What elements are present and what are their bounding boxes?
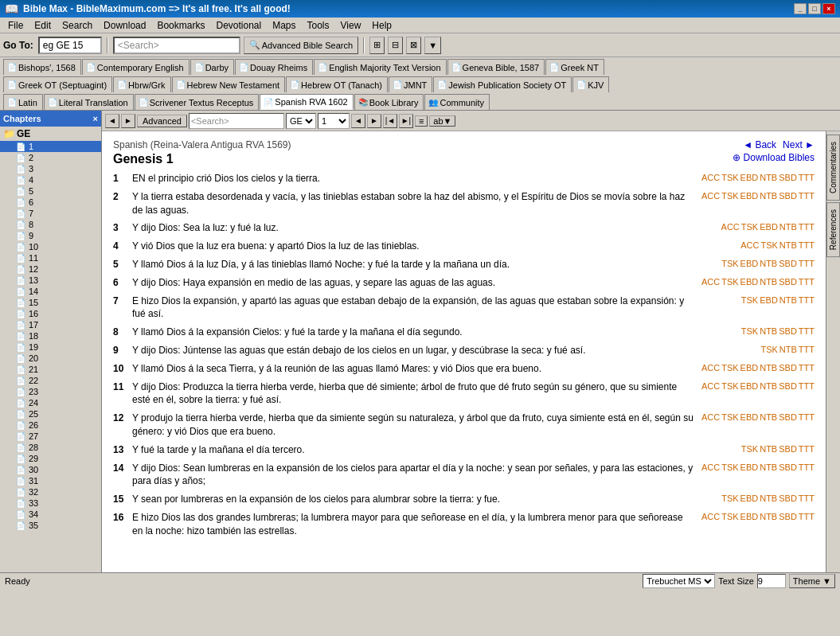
- tab-scrivener[interactable]: 📄 Scrivener Textus Receptus: [135, 94, 260, 110]
- verse-link-ebd[interactable]: EBD: [740, 173, 759, 182]
- verse-link-tsk[interactable]: TSK: [721, 259, 738, 268]
- verse-link-acc[interactable]: ACC: [701, 173, 720, 182]
- chapter-item-30[interactable]: 📄30: [0, 464, 101, 475]
- verse-link-sbd[interactable]: SBD: [779, 363, 797, 373]
- chapter-item-15[interactable]: 📄15: [0, 297, 101, 308]
- verse-link-acc[interactable]: ACC: [740, 240, 759, 250]
- verse-link-ntb[interactable]: NTB: [760, 259, 777, 268]
- advanced-button[interactable]: Advanced: [137, 115, 187, 127]
- verse-link-ntb[interactable]: NTB: [779, 240, 797, 250]
- chapter-select[interactable]: 1: [318, 113, 350, 129]
- verse-link-sbd[interactable]: SBD: [779, 512, 797, 521]
- verse-link-acc[interactable]: ACC: [701, 462, 720, 472]
- tab-emtv[interactable]: 📄 English Majority Text Version: [314, 59, 446, 75]
- verse-link-ttt[interactable]: TTT: [799, 462, 815, 472]
- verse-link-ntb[interactable]: NTB: [760, 381, 777, 391]
- chapter-item-23[interactable]: 📄23: [0, 386, 101, 397]
- chapter-item-25[interactable]: 📄25: [0, 408, 101, 419]
- verse-link-acc[interactable]: ACC: [701, 363, 720, 373]
- verse-link-sbd[interactable]: SBD: [779, 494, 797, 503]
- tab-hebrew-nt[interactable]: 📄 Hebrew New Testament: [172, 76, 286, 92]
- book-item[interactable]: 📁 GE: [0, 127, 101, 141]
- verse-link-ttt[interactable]: TTT: [799, 277, 815, 287]
- font-select[interactable]: Trebuchet MS: [643, 574, 715, 588]
- view-btn-3[interactable]: ⊠: [406, 37, 421, 54]
- chapter-item-1[interactable]: 📄1: [0, 141, 101, 152]
- highlight-button[interactable]: ab▼: [429, 115, 455, 127]
- book-select[interactable]: GE: [286, 113, 316, 129]
- verse-link-ebd[interactable]: EBD: [740, 363, 759, 373]
- verse-link-sbd[interactable]: SBD: [779, 412, 797, 422]
- verse-link-ttt[interactable]: TTT: [799, 363, 815, 373]
- chapter-prev-button[interactable]: ◄: [351, 114, 365, 128]
- tab-contemporary[interactable]: 📄 Contemporary English: [82, 59, 189, 75]
- verse-link-ttt[interactable]: TTT: [799, 191, 815, 201]
- verse-link-sbd[interactable]: SBD: [779, 444, 797, 454]
- chapter-item-34[interactable]: 📄34: [0, 509, 101, 520]
- verse-link-tsk[interactable]: TSK: [760, 240, 777, 250]
- chapter-item-18[interactable]: 📄18: [0, 330, 101, 341]
- verse-link-sbd[interactable]: SBD: [779, 259, 797, 268]
- verse-link-acc[interactable]: ACC: [701, 381, 720, 391]
- menu-file[interactable]: File: [3, 18, 28, 33]
- verse-link-acc[interactable]: ACC: [721, 222, 740, 232]
- verse-link-sbd[interactable]: SBD: [779, 326, 797, 336]
- chapter-item-7[interactable]: 📄7: [0, 208, 101, 219]
- verse-link-sbd[interactable]: SBD: [779, 462, 797, 472]
- menu-download[interactable]: Download: [99, 18, 150, 33]
- chapter-item-14[interactable]: 📄14: [0, 286, 101, 297]
- verse-link-tsk[interactable]: TSK: [721, 512, 738, 521]
- verse-link-acc[interactable]: ACC: [701, 191, 720, 201]
- verse-link-ntb[interactable]: NTB: [760, 444, 777, 454]
- chapter-item-27[interactable]: 📄27: [0, 431, 101, 442]
- verse-link-ntb[interactable]: NTB: [760, 277, 777, 287]
- minimize-button[interactable]: _: [794, 3, 807, 14]
- chapter-item-10[interactable]: 📄10: [0, 241, 101, 252]
- verse-link-ttt[interactable]: TTT: [799, 381, 815, 391]
- verse-link-tsk[interactable]: TSK: [721, 412, 738, 422]
- tab-hbrw-grk[interactable]: 📄 Hbrw/Grk: [113, 76, 170, 92]
- theme-button[interactable]: Theme ▼: [789, 574, 835, 588]
- verse-link-ttt[interactable]: TTT: [799, 240, 815, 250]
- chapter-item-13[interactable]: 📄13: [0, 275, 101, 286]
- chapter-item-19[interactable]: 📄19: [0, 341, 101, 353]
- chapter-item-17[interactable]: 📄17: [0, 319, 101, 330]
- tab-greek-nt[interactable]: 📄 Greek NT: [545, 59, 604, 75]
- verse-link-ntb[interactable]: NTB: [760, 512, 777, 521]
- tab-book-library[interactable]: 📚 Book Library: [354, 94, 424, 110]
- menu-help[interactable]: Help: [367, 18, 397, 33]
- verse-link-tsk[interactable]: TSK: [721, 462, 738, 472]
- verse-link-tsk[interactable]: TSK: [721, 363, 738, 373]
- chapter-item-32[interactable]: 📄32: [0, 486, 101, 497]
- verse-link-sbd[interactable]: SBD: [779, 381, 797, 391]
- verse-link-tsk[interactable]: TSK: [741, 222, 758, 232]
- verse-link-ntb[interactable]: NTB: [760, 363, 777, 373]
- tab-community[interactable]: 👥 Community: [424, 94, 490, 110]
- back-link[interactable]: ◄ Back: [743, 139, 776, 150]
- verse-link-sbd[interactable]: SBD: [779, 277, 797, 287]
- chapter-item-21[interactable]: 📄21: [0, 364, 101, 375]
- verse-link-ttt[interactable]: TTT: [799, 259, 815, 268]
- close-button[interactable]: ×: [822, 3, 835, 14]
- verse-link-acc[interactable]: ACC: [701, 412, 720, 422]
- verse-link-ebd[interactable]: EBD: [740, 381, 759, 391]
- goto-input[interactable]: [38, 37, 102, 54]
- view-btn-1[interactable]: ⊞: [369, 37, 385, 54]
- chapter-next-button[interactable]: ►: [367, 114, 381, 128]
- verse-link-ebd[interactable]: EBD: [740, 191, 759, 201]
- verse-link-tsk[interactable]: TSK: [760, 345, 777, 354]
- verse-link-ttt[interactable]: TTT: [799, 173, 815, 182]
- verse-link-ntb[interactable]: NTB: [760, 173, 777, 182]
- download-bibles-link[interactable]: ⊕ Download Bibles: [733, 152, 815, 163]
- verse-link-tsk[interactable]: TSK: [741, 326, 758, 336]
- verse-link-ebd[interactable]: EBD: [760, 295, 778, 305]
- chapter-item-33[interactable]: 📄33: [0, 497, 101, 509]
- menu-tools[interactable]: Tools: [303, 18, 334, 33]
- text-size-input[interactable]: [757, 574, 786, 588]
- chapter-item-12[interactable]: 📄12: [0, 263, 101, 275]
- verse-link-tsk[interactable]: TSK: [721, 494, 738, 503]
- verse-link-ebd[interactable]: EBD: [740, 494, 759, 503]
- search-input[interactable]: [113, 37, 240, 54]
- tab-literal[interactable]: 📄 Literal Translation: [44, 94, 134, 110]
- chapter-item-26[interactable]: 📄26: [0, 419, 101, 431]
